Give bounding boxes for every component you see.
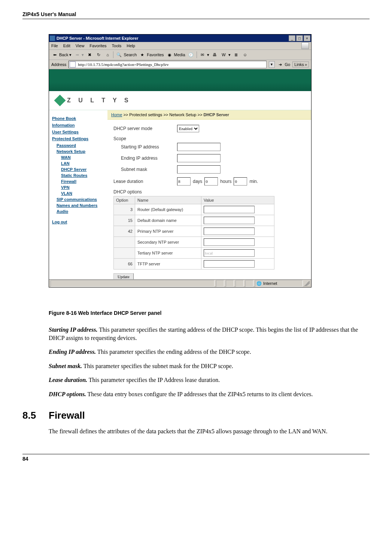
history-icon: 🕗 [188,51,194,58]
address-label: Address [51,62,66,67]
refresh-icon: ↻ [95,51,102,58]
menu-help[interactable]: Help [127,43,135,48]
section-number: 8.5 [22,410,49,421]
back-icon: ⬅ [51,51,58,58]
ie-throbber-icon [301,42,309,49]
para-lease: Lease duration. This parameter specifies… [49,376,370,384]
links-label: Links [294,62,304,67]
subnet-input[interactable] [177,165,221,174]
start-ip-input[interactable] [177,143,221,151]
lease-mins-input[interactable] [234,177,247,186]
sidebar-item-sip[interactable]: SIP communications [57,197,104,202]
window-close-button[interactable]: × [304,35,310,41]
back-button[interactable]: ⬅ Back ▾ [51,51,72,58]
status-slot [226,280,234,287]
opt-value-input[interactable] [204,206,255,213]
go-button[interactable]: ➜ Go [277,61,291,68]
go-label: Go [285,62,291,67]
address-input[interactable] [77,62,265,67]
opt-cell: 3 [114,204,135,215]
sidebar-item-audio[interactable]: Audio [57,209,104,214]
opt-value-input[interactable] [204,228,255,235]
messenger-button[interactable]: ☺ [242,51,249,58]
globe-icon: 🌐 [256,281,262,286]
ie-app-icon [50,36,55,41]
hours-text: hours [220,179,231,184]
history-button[interactable]: 🕗 [188,51,194,58]
menu-favorites[interactable]: Favorites [89,43,106,48]
para-text: This parameter specifies the ending addr… [96,349,251,355]
sidebar-item-logout[interactable]: Log out [52,220,104,224]
update-button[interactable]: Update [113,273,134,279]
back-label: Back [59,52,68,57]
crumb-sep: >> [122,112,129,117]
sidebar-item-names-numbers[interactable]: Names and Numbers [57,203,104,208]
opt-value-input[interactable] [204,217,255,224]
sidebar-item-user-settings[interactable]: User Settings [52,130,104,134]
crumb-home[interactable]: Home [111,112,122,117]
sidebar-item-network-setup[interactable]: Network Setup [57,149,104,154]
stop-button[interactable]: ✖ [86,51,93,58]
para-starting-ip: Starting IP address. This parameter spec… [49,326,370,342]
print-button[interactable]: 🖶 [212,51,218,58]
lease-days-input[interactable] [177,177,191,186]
menu-file[interactable]: File [51,43,58,48]
end-ip-input[interactable] [177,154,221,162]
forward-button[interactable]: ➡ ▾ [74,51,84,58]
dhcp-options-table: Option Name Value 3 Router (Default gate… [113,196,274,270]
favorites-label: Favorites [147,52,164,57]
min-text: min. [249,179,258,184]
opt-value-input[interactable] [204,260,255,268]
header-banner [49,69,311,91]
dhcp-mode-label: DHCP server mode [113,126,177,131]
name-cell: Tertiary NTP server [135,248,201,259]
sidebar-item-information[interactable]: Information [52,123,104,127]
brand-name: Z U L T Y S [67,97,131,104]
go-icon: ➜ [277,61,284,68]
media-button[interactable]: ◉Media [166,51,185,58]
search-icon: 🔍 [116,51,122,58]
sidebar-item-phone-book[interactable]: Phone Book [52,116,104,121]
mail-button[interactable]: ✉▾ [199,51,209,58]
menu-tools[interactable]: Tools [112,43,122,48]
para-subnet: Subnet mask. This parameter specifies th… [49,362,370,370]
section-body: The firewall defines the attributes of t… [49,427,370,436]
toolbar-separator [113,51,113,58]
para-dhcp-options: DHCP options. These data entry boxes con… [49,390,370,398]
links-button[interactable]: Links » [292,61,309,67]
forward-icon: ➡ [74,51,80,58]
resize-grip-icon[interactable] [304,281,310,286]
sidebar-item-wan[interactable]: WAN [61,155,104,160]
th-name: Name [135,196,201,204]
refresh-button[interactable]: ↻ [95,51,102,58]
th-option: Option [114,196,135,204]
address-dropdown-button[interactable]: ▼ [269,61,275,68]
opt-value-input[interactable] [204,238,255,246]
sidebar-item-lan[interactable]: LAN [61,161,104,166]
address-field[interactable] [69,61,266,68]
home-button[interactable]: ⌂ [104,51,111,58]
edit-button[interactable]: W▾ [221,51,231,58]
search-button[interactable]: 🔍Search [116,51,137,58]
sidebar-item-vlan[interactable]: VLAN [61,191,104,196]
opt-value-input[interactable] [204,249,255,257]
window-minimize-button[interactable]: _ [289,35,295,41]
sidebar-item-firewall[interactable]: Firewall [61,179,104,184]
sidebar-item-protected-settings[interactable]: Protected Settings [52,136,104,141]
crumb-network: Network Setup [169,112,196,117]
sidebar-item-static-routes[interactable]: Static Routes [61,173,104,178]
dhcp-mode-select[interactable]: Enabled [177,125,199,132]
menu-view[interactable]: View [76,43,85,48]
window-title: DHCP Server - Microsoft Internet Explore… [57,36,139,40]
ie-viewport[interactable]: Z U L T Y S Phone Book Information User … [49,69,311,279]
chevron-down-icon: ▾ [82,52,84,57]
menu-edit[interactable]: Edit [63,43,70,48]
lease-hours-input[interactable] [204,177,218,186]
ie-titlebar: DHCP Server - Microsoft Internet Explore… [49,34,311,42]
sidebar-item-vpn[interactable]: VPN [61,185,104,190]
discuss-button[interactable]: ≣ [233,51,240,58]
sidebar-item-dhcp-server[interactable]: DHCP Server [61,167,104,172]
window-maximize-button[interactable]: □ [296,35,303,41]
sidebar-item-password[interactable]: Password [57,143,104,148]
favorites-button[interactable]: ★Favorites [139,51,164,58]
